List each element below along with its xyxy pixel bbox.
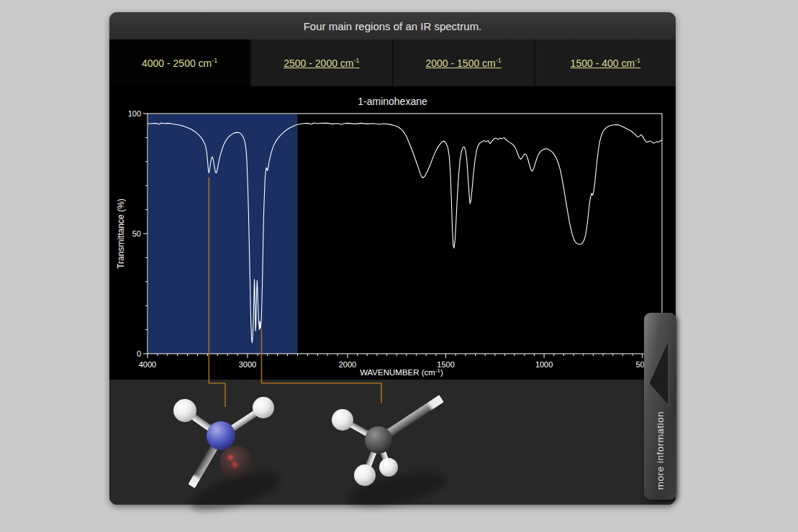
- more-information-label: more information: [655, 411, 666, 490]
- app-window: Four main regions of an IR spectrum. 400…: [109, 12, 676, 505]
- tab-label: 1500 - 400 cm: [571, 58, 635, 69]
- page-background: { "window": { "title": "Four main region…: [0, 0, 798, 532]
- tab-label: 2000 - 1500 cm: [425, 58, 495, 69]
- tab-region-2500-2000[interactable]: 2500 - 2000 cm-1: [250, 40, 391, 86]
- hydrogen-atom: [253, 397, 274, 418]
- hydrogen-atom: [332, 409, 353, 431]
- chart-title: 1-aminohexane: [109, 96, 676, 107]
- tab-label-sup: -1: [354, 57, 360, 64]
- chart-panel: [109, 86, 676, 380]
- tab-label: 2500 - 2000 cm: [284, 58, 353, 69]
- tab-region-1500-400[interactable]: 1500 - 400 cm-1: [534, 40, 676, 86]
- hydrogen-atom: [379, 458, 398, 477]
- more-information-tab[interactable]: more information: [644, 313, 676, 500]
- hydrogen-atom: [354, 464, 376, 486]
- tab-label-sup: -1: [212, 57, 217, 64]
- lone-pair-ghost-sphere: [219, 446, 253, 479]
- arrow-left-icon: [644, 321, 676, 415]
- tab-label-sup: -1: [635, 57, 640, 64]
- region-tab-bar: 4000 - 2500 cm-1 2500 - 2000 cm-1 2000 -…: [109, 40, 676, 86]
- tab-region-2000-1500[interactable]: 2000 - 1500 cm-1: [392, 40, 534, 86]
- tab-region-4000-2500[interactable]: 4000 - 2500 cm-1: [109, 40, 250, 86]
- page-title: Four main regions of an IR spectrum.: [304, 20, 482, 32]
- tab-label-sup: -1: [496, 57, 502, 64]
- tab-label: 4000 - 2500 cm: [142, 58, 212, 69]
- hydrogen-atom: [173, 399, 196, 422]
- carbon-atom: [365, 426, 392, 454]
- title-bar: Four main regions of an IR spectrum.: [109, 12, 676, 40]
